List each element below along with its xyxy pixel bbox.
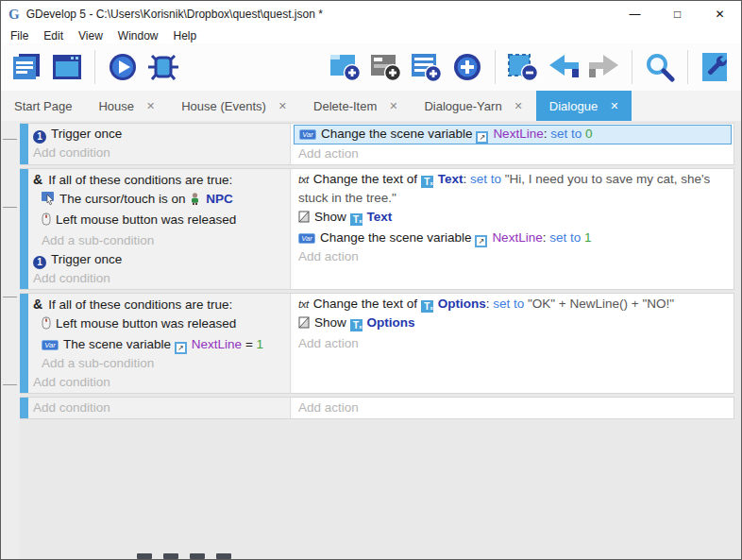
tab-close-icon[interactable]: ✕ bbox=[278, 100, 287, 112]
action-text: Show bbox=[314, 210, 350, 224]
add-action-link[interactable]: Add action bbox=[294, 399, 732, 417]
tab-label: Start Page bbox=[14, 99, 72, 113]
editor-tab-bar: Start Page House ✕ House (Events) ✕ Dele… bbox=[1, 91, 741, 121]
and-icon: & bbox=[33, 295, 42, 314]
operator-text: set to bbox=[549, 230, 584, 245]
event-fold-handle[interactable] bbox=[3, 207, 17, 208]
action-change-text[interactable]: txtChange the text of TOptions: set to "… bbox=[294, 295, 732, 314]
variable-icon: Var bbox=[299, 129, 316, 140]
text-object-icon: T bbox=[421, 176, 433, 188]
add-condition-link[interactable]: Add condition bbox=[28, 269, 290, 288]
event-drag-bar[interactable] bbox=[20, 124, 28, 164]
conditions-column: &If all of these conditions are true: Th… bbox=[28, 169, 290, 289]
event-drag-bar[interactable] bbox=[20, 294, 28, 393]
taskbar-icon-sliver bbox=[190, 553, 205, 559]
action-change-text[interactable]: txtChange the text of TText: set to "Hi,… bbox=[294, 170, 732, 208]
event-fold-handle[interactable] bbox=[3, 384, 17, 385]
tab-house-events[interactable]: House (Events) ✕ bbox=[168, 91, 300, 121]
menu-view[interactable]: View bbox=[71, 29, 110, 42]
event-fold-handle[interactable] bbox=[3, 139, 17, 140]
tab-close-icon[interactable]: ✕ bbox=[514, 100, 523, 112]
action-change-scene-variable-selected[interactable]: VarChange the scene variable ↗NextLine: … bbox=[294, 125, 732, 144]
condition-text: If all of these conditions are true: bbox=[48, 297, 232, 312]
value-text: 0 bbox=[585, 127, 593, 141]
condition-left-mouse-released[interactable]: Left mouse button was released bbox=[28, 314, 290, 335]
condition-if-all[interactable]: &If all of these conditions are true: bbox=[28, 295, 290, 314]
scene-variable-icon: ↗ bbox=[175, 342, 187, 354]
tab-close-icon[interactable]: ✕ bbox=[146, 100, 155, 112]
add-action-link[interactable]: Add action bbox=[294, 334, 732, 353]
add-event-button[interactable] bbox=[328, 47, 363, 87]
tab-close-icon[interactable]: ✕ bbox=[610, 100, 618, 112]
menu-window[interactable]: Window bbox=[110, 29, 166, 42]
value-text: 1 bbox=[584, 230, 592, 245]
delete-selection-button[interactable] bbox=[505, 47, 541, 87]
actions-column: VarChange the scene variable ↗NextLine: … bbox=[294, 124, 734, 164]
condition-cursor-on-npc[interactable]: The cursor/touch is on NPC bbox=[28, 190, 290, 211]
add-action-link[interactable]: Add action bbox=[294, 144, 732, 163]
add-sub-condition-link[interactable]: Add a sub-condition bbox=[28, 354, 290, 373]
condition-trigger-once[interactable]: 1Trigger once bbox=[28, 250, 290, 269]
add-condition-link[interactable]: Add condition bbox=[28, 144, 290, 162]
tab-house[interactable]: House ✕ bbox=[85, 91, 168, 121]
action-show-object[interactable]: Show TOptions bbox=[294, 314, 732, 334]
menu-file[interactable]: File bbox=[3, 29, 36, 42]
undo-button[interactable] bbox=[546, 47, 582, 87]
add-sub-event-icon bbox=[370, 52, 402, 82]
action-text: Change the text of bbox=[313, 297, 421, 311]
add-sub-condition-link[interactable]: Add a sub-condition bbox=[28, 231, 290, 250]
tab-dialogue[interactable]: Dialogue ✕ bbox=[536, 91, 632, 121]
condition-trigger-once[interactable]: 1Trigger once bbox=[28, 125, 290, 144]
add-sub-event-button[interactable] bbox=[368, 47, 404, 87]
action-change-scene-variable[interactable]: VarChange the scene variable ↗NextLine: … bbox=[294, 229, 732, 247]
action-text: Show bbox=[314, 315, 350, 330]
tab-start-page[interactable]: Start Page bbox=[1, 91, 85, 121]
search-button[interactable] bbox=[642, 47, 678, 87]
preferences-button[interactable] bbox=[698, 47, 734, 87]
scene-editor-button[interactable] bbox=[49, 47, 85, 87]
menu-edit[interactable]: Edit bbox=[36, 29, 71, 42]
project-manager-button[interactable] bbox=[8, 47, 44, 87]
condition-scene-variable-equals[interactable]: VarThe scene variable ↗NextLine = 1 bbox=[28, 335, 290, 354]
delete-selection-icon bbox=[507, 52, 539, 82]
add-condition-link[interactable]: Add condition bbox=[28, 399, 290, 417]
show-visibility-icon bbox=[298, 315, 310, 334]
maximize-button[interactable]: □ bbox=[656, 1, 699, 27]
mouse-icon bbox=[42, 316, 51, 335]
debug-bug-icon bbox=[147, 52, 179, 82]
toolbar-separator bbox=[687, 50, 688, 84]
add-more-button[interactable] bbox=[449, 47, 485, 87]
add-comment-button[interactable] bbox=[409, 47, 445, 87]
debug-button[interactable] bbox=[145, 47, 181, 87]
string-value: "OK" + NewLine() + "NO!" bbox=[528, 297, 674, 311]
condition-text: If all of these conditions are true: bbox=[48, 173, 232, 187]
text-object-icon: T bbox=[350, 213, 363, 226]
action-show-object[interactable]: Show TText bbox=[294, 208, 732, 229]
condition-if-all[interactable]: &If all of these conditions are true: bbox=[28, 170, 290, 190]
object-name: Options bbox=[367, 315, 415, 330]
minimize-button[interactable]: — bbox=[614, 1, 656, 27]
variable-icon: Var bbox=[42, 340, 59, 350]
window-title: GDevelop 5 - C:\Users\Korisnik\Dropbox\q… bbox=[26, 8, 323, 21]
menu-help[interactable]: Help bbox=[166, 29, 205, 42]
add-action-link[interactable]: Add action bbox=[294, 247, 732, 266]
redo-button[interactable] bbox=[586, 47, 622, 87]
event-fold-handle[interactable] bbox=[3, 297, 17, 297]
tab-label: Dialogue-Yarn bbox=[424, 99, 501, 113]
scene-window-icon bbox=[52, 53, 82, 81]
close-button[interactable]: ✕ bbox=[699, 1, 741, 27]
events-list: 1Trigger once Add condition VarChange th… bbox=[20, 123, 734, 422]
preview-play-button[interactable] bbox=[105, 47, 141, 87]
condition-text: Left mouse button was released bbox=[56, 212, 236, 227]
add-condition-link[interactable]: Add condition bbox=[28, 373, 290, 392]
mouse-icon bbox=[42, 212, 51, 231]
event-drag-bar[interactable] bbox=[20, 398, 28, 418]
tab-close-icon[interactable]: ✕ bbox=[389, 100, 397, 112]
project-manager-icon bbox=[11, 53, 42, 81]
toolbar-separator bbox=[495, 50, 496, 84]
event-drag-bar[interactable] bbox=[20, 169, 28, 289]
tab-delete-item[interactable]: Delete-Item ✕ bbox=[300, 91, 411, 121]
and-icon: & bbox=[33, 170, 42, 189]
tab-dialogue-yarn[interactable]: Dialogue-Yarn ✕ bbox=[411, 91, 535, 121]
condition-left-mouse-released[interactable]: Left mouse button was released bbox=[28, 211, 290, 231]
